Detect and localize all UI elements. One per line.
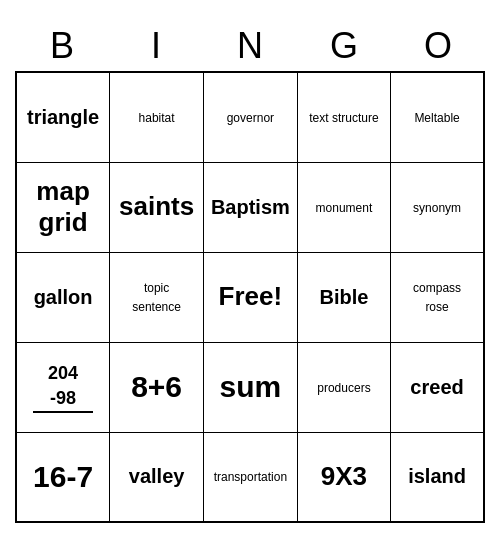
cell-r5c5: island — [391, 432, 484, 522]
cell-text: creed — [410, 376, 463, 398]
header-o: O — [391, 21, 485, 71]
cell-r5c2: valley — [110, 432, 204, 522]
table-row: 204 -98 8+6 sum producers creed — [16, 342, 484, 432]
cell-r4c2: 8+6 — [110, 342, 204, 432]
cell-text: Bible — [320, 286, 369, 308]
cell-r1c5: Meltable — [391, 72, 484, 162]
cell-r1c4: text structure — [297, 72, 390, 162]
cell-text: island — [408, 465, 466, 487]
cell-r5c4: 9X3 — [297, 432, 390, 522]
cell-r4c3: sum — [203, 342, 297, 432]
cell-r3c3: Free! — [203, 252, 297, 342]
cell-r5c1: 16-7 — [16, 432, 110, 522]
bingo-grid: triangle habitat governor text structure… — [15, 71, 485, 523]
bingo-header: B I N G O — [15, 21, 485, 71]
cell-text: transportation — [214, 470, 287, 484]
header-b: B — [15, 21, 109, 71]
cell-text: habitat — [139, 111, 175, 125]
cell-text: saints — [119, 191, 194, 221]
table-row: 16-7 valley transportation 9X3 island — [16, 432, 484, 522]
cell-r4c4: producers — [297, 342, 390, 432]
cell-r3c4: Bible — [297, 252, 390, 342]
cell-text: valley — [129, 465, 185, 487]
table-row: mapgrid saints Baptism monument synonym — [16, 162, 484, 252]
math-line2: -98 — [50, 388, 76, 408]
cell-r3c5: compassrose — [391, 252, 484, 342]
cell-text: 9X3 — [321, 461, 367, 491]
cell-text: gallon — [34, 286, 93, 308]
math-stack: 204 -98 — [21, 361, 105, 413]
cell-text: mapgrid — [36, 176, 89, 237]
cell-r1c2: habitat — [110, 72, 204, 162]
cell-r1c1: triangle — [16, 72, 110, 162]
table-row: gallon topicsentence Free! Bible compass… — [16, 252, 484, 342]
cell-text: synonym — [413, 201, 461, 215]
bingo-card: B I N G O triangle habitat governor text… — [15, 21, 485, 523]
cell-text: monument — [316, 201, 373, 215]
cell-r3c2: topicsentence — [110, 252, 204, 342]
cell-r2c1: mapgrid — [16, 162, 110, 252]
header-n: N — [203, 21, 297, 71]
cell-r4c1: 204 -98 — [16, 342, 110, 432]
math-line1: 204 — [48, 363, 78, 383]
cell-text: 16-7 — [33, 460, 93, 493]
cell-text: compassrose — [413, 281, 461, 314]
cell-text: producers — [317, 381, 370, 395]
cell-r2c4: monument — [297, 162, 390, 252]
header-i: I — [109, 21, 203, 71]
cell-text: governor — [227, 111, 274, 125]
cell-text: sum — [220, 370, 282, 403]
table-row: triangle habitat governor text structure… — [16, 72, 484, 162]
cell-r4c5: creed — [391, 342, 484, 432]
cell-text: triangle — [27, 106, 99, 128]
cell-text: topicsentence — [132, 281, 181, 314]
cell-text: text structure — [309, 111, 378, 125]
header-g: G — [297, 21, 391, 71]
cell-text: Free! — [219, 281, 283, 311]
cell-text: Meltable — [414, 111, 459, 125]
cell-text: 8+6 — [131, 370, 182, 403]
cell-r2c2: saints — [110, 162, 204, 252]
cell-r2c3: Baptism — [203, 162, 297, 252]
cell-r2c5: synonym — [391, 162, 484, 252]
cell-text: Baptism — [211, 196, 290, 218]
cell-r5c3: transportation — [203, 432, 297, 522]
cell-r3c1: gallon — [16, 252, 110, 342]
cell-r1c3: governor — [203, 72, 297, 162]
